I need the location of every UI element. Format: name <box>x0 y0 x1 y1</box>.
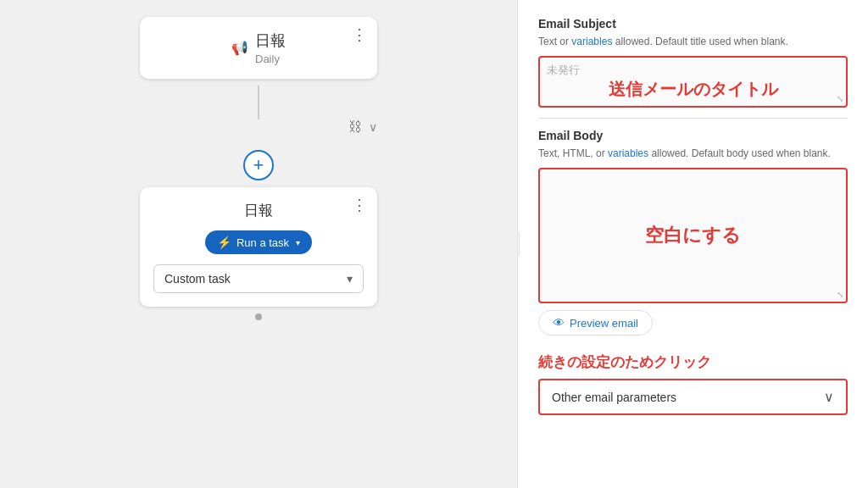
other-params-label: Other email parameters <box>552 391 676 404</box>
add-step-button[interactable]: + <box>243 150 274 180</box>
email-subject-variables-link[interactable]: variables <box>571 36 612 47</box>
email-subject-annotation: 送信メールのタイトル <box>547 78 839 101</box>
eye-icon: 👁 <box>553 316 565 330</box>
custom-task-label: Custom task <box>164 272 231 286</box>
right-panel: › Email Subject Text or variables allowe… <box>517 0 868 488</box>
email-subject-label: Email Subject <box>538 17 848 30</box>
link-options-row: ⛓ ∨ <box>140 119 377 135</box>
card-daily-2: ⋮ 日報 ⚡ Run a task ▾ Custom task ▾ <box>140 187 377 307</box>
bolt-icon: ⚡ <box>217 236 231 249</box>
run-task-button[interactable]: ⚡ Run a task ▾ <box>205 230 312 254</box>
link-chevron-icon[interactable]: ∨ <box>369 120 377 134</box>
card2-title: 日報 <box>153 201 364 220</box>
email-body-annotation: 空白にする <box>645 223 741 248</box>
email-subject-placeholder: 未発行 <box>547 64 580 76</box>
email-subject-input[interactable]: 未発行 送信メールのタイトル ⤡ <box>538 56 848 108</box>
custom-task-select[interactable]: Custom task ▾ <box>153 264 364 293</box>
card2-menu-icon[interactable]: ⋮ <box>352 196 367 214</box>
link-icon[interactable]: ⛓ <box>348 119 362 135</box>
email-body-desc: Text, HTML, or variables allowed. Defaul… <box>538 146 848 161</box>
email-body-textarea[interactable]: 空白にする ⤡ <box>538 168 848 303</box>
left-panel: ⋮ 📢 日報 Daily ⛓ ∨ + ⋮ 日報 ⚡ Run a task ▾ C <box>0 0 517 488</box>
other-params-chevron-icon: ∨ <box>824 389 834 405</box>
email-body-variables-link[interactable]: variables <box>608 147 648 159</box>
other-email-parameters-row[interactable]: Other email parameters ∨ <box>538 379 848 415</box>
collapse-panel-button[interactable]: › <box>517 231 520 257</box>
card1-subtitle: Daily <box>255 53 286 65</box>
custom-task-chevron-icon: ▾ <box>347 272 353 286</box>
email-body-label: Email Body <box>538 129 848 142</box>
card1-menu-icon[interactable]: ⋮ <box>352 25 367 44</box>
preview-email-label: Preview email <box>570 317 638 330</box>
card1-title: 日報 <box>255 30 286 51</box>
run-task-arrow-icon: ▾ <box>296 238 300 247</box>
run-task-label: Run a task <box>236 236 289 249</box>
email-subject-desc: Text or variables allowed. Default title… <box>538 34 848 49</box>
megaphone-icon: 📢 <box>231 40 248 56</box>
click-annotation-text: 続きの設定のためクリック <box>538 352 848 372</box>
preview-email-button[interactable]: 👁 Preview email <box>538 310 653 336</box>
resize-handle-body-icon: ⤡ <box>837 290 843 299</box>
connector-dot <box>255 313 262 320</box>
card1-header: 📢 日報 Daily <box>231 30 286 65</box>
divider-1 <box>538 118 848 119</box>
resize-handle-icon: ⤡ <box>837 94 843 103</box>
card-daily-1: ⋮ 📢 日報 Daily <box>140 17 377 79</box>
connector-line-1 <box>258 86 259 119</box>
